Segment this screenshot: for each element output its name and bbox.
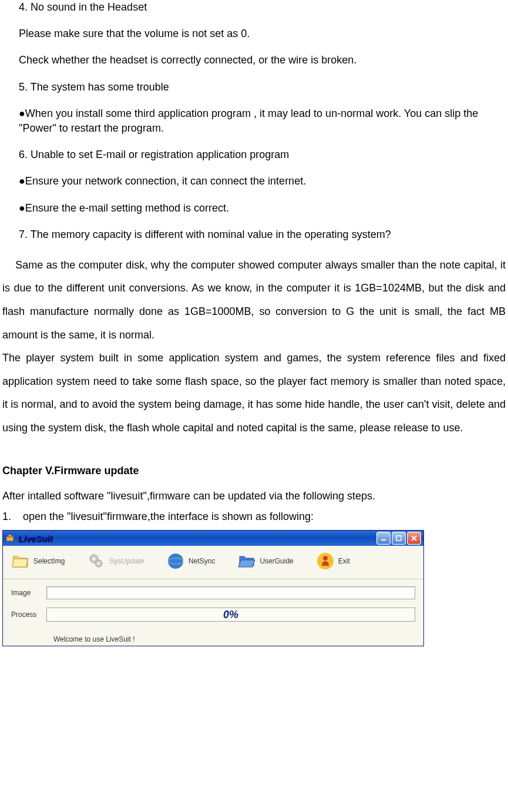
- q7-para2: The player system built in some applicat…: [2, 347, 506, 439]
- folder-open-icon: [237, 552, 256, 571]
- q7-title: 7. The memory capacity is different with…: [19, 227, 506, 242]
- toolbar: SelectImg SysUpdate: [3, 546, 423, 579]
- svg-rect-1: [8, 535, 12, 537]
- minimize-button[interactable]: [376, 532, 391, 545]
- q6-title: 6. Unable to set E-mail or registration …: [19, 147, 506, 162]
- progress-value: 0%: [223, 608, 238, 622]
- selectimg-button[interactable]: SelectImg: [11, 552, 65, 571]
- svg-point-10: [168, 553, 183, 569]
- step1: 1. open the "livesuit"firmware,the inter…: [2, 509, 506, 524]
- image-path-input[interactable]: [46, 586, 415, 599]
- svg-point-7: [93, 558, 96, 561]
- svg-rect-3: [396, 536, 401, 541]
- sysupdate-button: SysUpdate: [87, 552, 144, 571]
- process-label: Process: [11, 610, 46, 620]
- titlebar: LiveSuit: [3, 531, 423, 546]
- globe-icon: [166, 552, 185, 571]
- gear-icon: [87, 552, 106, 571]
- netsync-button[interactable]: NetSync: [166, 552, 215, 571]
- q7-para1: Same as the computer disk, why the compu…: [2, 254, 506, 347]
- app-icon: [5, 533, 15, 543]
- chapter-intro: After intalled software "livesuit",firmw…: [2, 489, 506, 504]
- exit-button[interactable]: Exit: [316, 552, 350, 571]
- progress-bar: 0%: [46, 608, 415, 622]
- maximize-button[interactable]: [392, 532, 406, 545]
- q5-title: 5. The system has some trouble: [19, 80, 506, 95]
- folder-icon: [11, 552, 30, 571]
- livesuit-window: LiveSuit: [2, 530, 424, 646]
- q6-bullet2: ●Ensure the e-mail setting method is cor…: [19, 201, 506, 216]
- q6-bullet1: ●Ensure your network connection, it can …: [19, 174, 506, 189]
- chapter-title: Chapter V.Firmware update: [2, 464, 506, 478]
- titlebar-title: LiveSuit: [18, 532, 52, 545]
- close-button[interactable]: [407, 532, 421, 545]
- q4-line1: Please make sure that the volume is not …: [19, 26, 506, 41]
- image-label: Image: [11, 588, 46, 598]
- q4-title: 4. No sound in the Headset: [19, 0, 506, 15]
- status-bar: Welcome to use LiveSuit !: [3, 632, 423, 646]
- userguide-button[interactable]: UserGuide: [237, 552, 293, 571]
- person-icon: [316, 552, 335, 571]
- q4-line2: Check whether the headset is correctly c…: [19, 53, 506, 68]
- svg-point-13: [323, 556, 328, 561]
- q5-bullet: ●When you install some third application…: [19, 106, 506, 136]
- svg-point-9: [97, 562, 100, 565]
